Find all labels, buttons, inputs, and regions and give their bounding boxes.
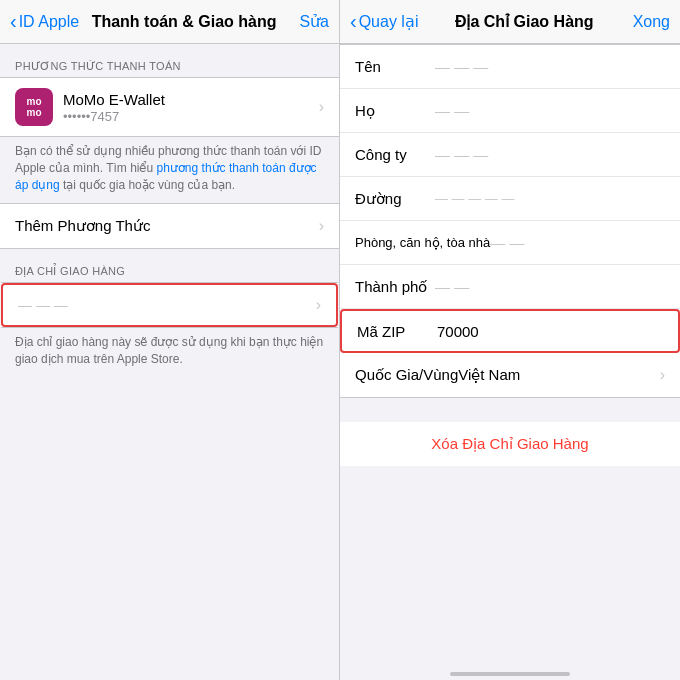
add-method-label: Thêm Phương Thức (15, 217, 150, 235)
left-back-label: ID Apple (19, 13, 79, 31)
address-desc: Địa chỉ giao hàng này sẽ được sử dụng kh… (0, 328, 339, 378)
delete-address-button[interactable]: Xóa Địa Chỉ Giao Hàng (340, 422, 680, 466)
right-chevron-icon: ‹ (350, 10, 357, 33)
left-nav-action[interactable]: Sửa (289, 12, 329, 31)
form-card: Tên — — — Họ — — Công ty — — — Đường — —… (340, 44, 680, 398)
form-row-phong[interactable]: Phòng, căn hộ, tòa nhà — — (340, 221, 680, 265)
momo-number: ••••••7457 (63, 109, 165, 124)
value-ho: — — (435, 102, 665, 119)
payment-desc-text2: tại quốc gia hoặc vùng của bạn. (60, 178, 235, 192)
value-thanhpho: — — (435, 278, 665, 295)
left-nav-bar: ‹ ID Apple Thanh toán & Giao hàng Sửa (0, 0, 339, 44)
momo-chevron-icon: › (319, 98, 324, 116)
address-section-label: ĐỊA CHỈ GIAO HÀNG (0, 249, 339, 282)
form-row-quocgia[interactable]: Quốc Gia/Vùng Việt Nam › (340, 353, 680, 397)
payment-desc: Bạn có thể sử dụng nhiều phương thức tha… (0, 137, 339, 203)
right-back-label: Quay lại (359, 12, 419, 31)
momo-info: MoMo E-Wallet ••••••7457 (63, 91, 165, 124)
quocgia-chevron-icon: › (660, 366, 665, 384)
momo-logo: momo (15, 88, 53, 126)
label-thanhpho: Thành phố (355, 278, 435, 296)
address-value: — — — (18, 297, 310, 313)
value-duong: — — — — — (435, 191, 665, 206)
momo-name: MoMo E-Wallet (63, 91, 165, 108)
label-congty: Công ty (355, 146, 435, 163)
momo-row-left: momo MoMo E-Wallet ••••••7457 (15, 88, 313, 126)
left-back-button[interactable]: ‹ ID Apple (10, 10, 79, 33)
form-row-ho[interactable]: Họ — — (340, 89, 680, 133)
value-zip: 70000 (437, 323, 663, 340)
label-ten: Tên (355, 58, 435, 75)
payment-card: momo MoMo E-Wallet ••••••7457 › (0, 77, 339, 137)
right-back-button[interactable]: ‹ Quay lại (350, 10, 418, 33)
left-nav-title: Thanh toán & Giao hàng (83, 13, 285, 31)
right-nav-action[interactable]: Xong (630, 13, 670, 31)
form-row-duong[interactable]: Đường — — — — — (340, 177, 680, 221)
momo-row[interactable]: momo MoMo E-Wallet ••••••7457 › (0, 78, 339, 136)
address-row[interactable]: — — — › (1, 283, 338, 327)
left-chevron-icon: ‹ (10, 10, 17, 33)
right-panel: ‹ Quay lại Địa Chỉ Giao Hàng Xong Tên — … (340, 0, 680, 680)
form-row-zip[interactable]: Mã ZIP 70000 (340, 309, 680, 353)
delete-section: Xóa Địa Chỉ Giao Hàng (340, 422, 680, 466)
address-card: — — — › (1, 282, 338, 328)
label-zip: Mã ZIP (357, 323, 437, 340)
right-nav-title: Địa Chỉ Giao Hàng (422, 12, 626, 31)
momo-logo-text: momo (27, 96, 42, 118)
payment-section-label: PHƯƠNG THỨC THANH TOÁN (0, 44, 339, 77)
right-nav-bar: ‹ Quay lại Địa Chỉ Giao Hàng Xong (340, 0, 680, 44)
label-duong: Đường (355, 190, 435, 208)
address-chevron-icon: › (316, 296, 321, 314)
value-quocgia: Việt Nam (458, 366, 653, 384)
form-row-thanhpho[interactable]: Thành phố — — (340, 265, 680, 309)
label-ho: Họ (355, 102, 435, 120)
left-panel: ‹ ID Apple Thanh toán & Giao hàng Sửa PH… (0, 0, 340, 680)
value-ten: — — — (435, 58, 665, 75)
label-phong: Phòng, căn hộ, tòa nhà (355, 235, 490, 250)
add-method-row[interactable]: Thêm Phương Thức › (0, 204, 339, 248)
value-phong: — — (490, 234, 665, 251)
form-row-ten[interactable]: Tên — — — (340, 45, 680, 89)
add-method-left: Thêm Phương Thức (15, 217, 313, 235)
value-congty: — — — (435, 146, 665, 163)
add-method-card: Thêm Phương Thức › (0, 203, 339, 249)
add-method-chevron-icon: › (319, 217, 324, 235)
form-row-congty[interactable]: Công ty — — — (340, 133, 680, 177)
momo-logo-inner: momo (23, 94, 46, 120)
home-indicator (450, 672, 570, 676)
label-quocgia: Quốc Gia/Vùng (355, 366, 458, 384)
